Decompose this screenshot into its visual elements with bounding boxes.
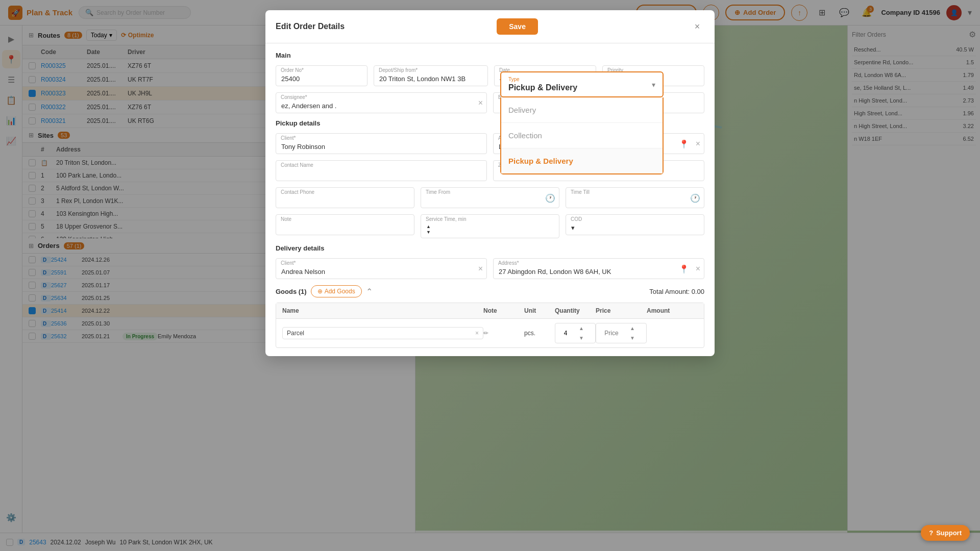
delivery-section-title: Delivery details	[276, 244, 704, 252]
clear-goods-icon[interactable]: ×	[475, 330, 479, 337]
price-up-button[interactable]: ▲	[627, 323, 638, 333]
parcel-name: Parcel	[287, 330, 304, 337]
goods-section-header: Goods (1) ⊕ Add Goods ⌃ Total Amount: 0.…	[276, 285, 704, 297]
qty-up-button[interactable]: ▲	[576, 323, 587, 333]
support-button[interactable]: ? Support	[921, 525, 970, 541]
col-name: Name	[282, 307, 483, 314]
plus-icon: ⊕	[317, 288, 323, 295]
modal-overlay[interactable]: Edit Order Details Save × Main Order No*…	[0, 0, 980, 551]
consignee-input[interactable]	[276, 92, 487, 113]
type-selected-value: Pickup & Delivery	[508, 83, 577, 92]
type-label: Type	[508, 77, 577, 82]
price-input[interactable]	[596, 328, 627, 339]
contact-name-field: Contact Name	[276, 160, 487, 181]
consignee-field: Consignee* ×	[276, 92, 487, 113]
modal-title: Edit Order Details	[276, 22, 345, 31]
clear-delivery-address-icon[interactable]: ×	[696, 264, 700, 273]
col-quantity: Quantity	[555, 307, 596, 314]
quantity-control: ▲ ▼	[555, 323, 596, 343]
col-unit: Unit	[524, 307, 555, 314]
modal-save-button[interactable]: Save	[497, 18, 538, 35]
order-no-field: Order No*	[276, 65, 368, 86]
main-section-title: Main	[276, 52, 704, 59]
qty-down-button[interactable]: ▼	[576, 333, 587, 343]
type-option-collection[interactable]: Collection	[501, 123, 663, 148]
goods-title-area: Goods (1) ⊕ Add Goods ⌃	[276, 285, 373, 297]
clear-consignee-icon[interactable]: ×	[478, 98, 483, 108]
add-goods-button[interactable]: ⊕ Add Goods	[311, 285, 362, 297]
type-option-delivery[interactable]: Delivery	[501, 97, 663, 123]
time-from-clock-icon[interactable]: 🕐	[545, 193, 555, 203]
total-amount-label: Total Amount: 0.00	[649, 288, 704, 295]
type-dropdown-container: Type Pickup & Delivery ▾ Delivery Collec…	[500, 71, 664, 174]
delivery-client-row: Client* × Address* × 📍	[276, 258, 704, 279]
col-price: Price	[596, 307, 647, 314]
time-till-field: Time Till 🕐	[566, 187, 704, 208]
delivery-address-input[interactable]	[493, 258, 704, 279]
delivery-location-icon[interactable]: 📍	[679, 264, 689, 273]
type-dropdown-list: Delivery Collection Pickup & Delivery	[500, 97, 664, 174]
delivery-address-field: Address* × 📍	[493, 258, 704, 279]
modal-close-button[interactable]: ×	[690, 19, 704, 34]
modal-header: Edit Order Details Save ×	[265, 10, 715, 43]
goods-table-header: Name Note Unit Quantity Price Amount	[276, 303, 704, 319]
goods-name-field: Parcel ×	[282, 327, 483, 339]
note-input[interactable]	[276, 214, 414, 235]
time-from-field: Time From 🕐	[421, 187, 559, 208]
collapse-goods-button[interactable]: ⌃	[366, 287, 373, 296]
contact-phone-field: Contact Phone	[276, 187, 414, 208]
clear-delivery-client-icon[interactable]: ×	[478, 264, 483, 273]
pickup-location-icon[interactable]: 📍	[679, 139, 689, 148]
pickup-client-field: Client*	[276, 133, 487, 154]
note-service-cod-row: Note Service Time, min ▲ ▼ COD	[276, 214, 704, 238]
support-icon: ?	[929, 529, 933, 537]
modal-body: Main Order No* Depot/Ship from* Date 📅 P…	[265, 43, 715, 356]
goods-unit-value: pcs.	[524, 330, 555, 337]
goods-note-field[interactable]: ✏	[483, 330, 524, 337]
col-amount: Amount	[647, 307, 698, 314]
note-field: Note	[276, 214, 414, 238]
price-stepper[interactable]: ▲ ▼	[627, 323, 638, 343]
goods-table: Name Note Unit Quantity Price Amount Par…	[276, 303, 704, 348]
delivery-client-field: Client* ×	[276, 258, 487, 279]
col-note: Note	[483, 307, 524, 314]
clear-pickup-address-icon[interactable]: ×	[696, 139, 700, 148]
service-time-field: Service Time, min ▲ ▼	[421, 214, 559, 238]
cod-chevron-icon: ▾	[571, 224, 575, 232]
time-till-clock-icon[interactable]: 🕐	[690, 193, 700, 203]
type-chevron-icon: ▾	[652, 81, 655, 89]
type-dropdown-trigger[interactable]: Type Pickup & Delivery ▾	[500, 71, 664, 97]
quantity-stepper[interactable]: ▲ ▼	[576, 323, 587, 343]
service-time-stepper[interactable]: ▲ ▼	[426, 224, 554, 235]
delivery-client-input[interactable]	[276, 258, 487, 279]
pickup-client-input[interactable]	[276, 133, 487, 154]
type-option-pickup-delivery[interactable]: Pickup & Delivery	[501, 148, 663, 173]
price-down-button[interactable]: ▼	[627, 333, 638, 343]
type-dropdown-value-container: Type Pickup & Delivery	[508, 77, 577, 92]
cod-select[interactable]: ▾	[566, 214, 704, 235]
goods-price-field: ▲ ▼	[596, 323, 647, 343]
depot-field: Depot/Ship from*	[374, 65, 488, 86]
edit-order-modal: Edit Order Details Save × Main Order No*…	[265, 10, 715, 356]
goods-title: Goods (1)	[276, 288, 307, 295]
goods-table-row: Parcel × ✏ pcs. ▲ ▼	[276, 319, 704, 347]
price-control: ▲ ▼	[596, 323, 647, 343]
quantity-input[interactable]	[555, 328, 576, 339]
pickup-phone-time-row: Contact Phone Time From 🕐 Time Till 🕐	[276, 187, 704, 208]
cod-field: COD ▾	[566, 214, 704, 238]
